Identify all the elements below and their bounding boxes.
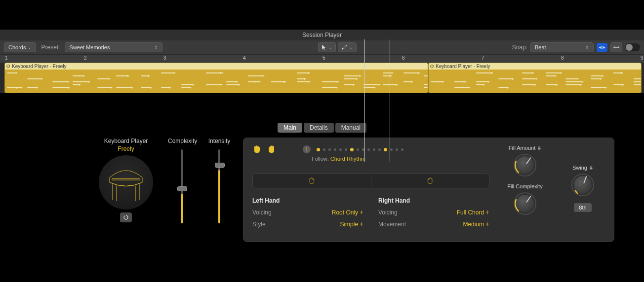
right-movement-value[interactable]: Medium▲▼ [463,221,489,228]
intensity-slider[interactable] [218,149,220,223]
toolbar-toggle[interactable] [625,43,640,51]
fill-complexity-label: Fill Complexity [500,183,550,189]
right-movement-label: Movement [378,221,406,228]
left-hand-small-icon [308,177,315,184]
left-voicing-label: Voicing [252,209,272,216]
complexity-slider-col: Complexity [168,138,196,242]
lock-icon [537,146,541,150]
callout-line-main [364,39,365,162]
stepper-icon: ⇳ [154,45,158,50]
svg-rect-6 [538,148,541,150]
follow-value[interactable]: Chord Rhythm [330,156,365,162]
catch-playhead-button[interactable] [597,43,607,52]
fill-knobs-col: Fill Amount Fill Complexity [500,145,550,233]
left-style-value[interactable]: Simple▲▼ [340,221,363,228]
player-name: Freely [94,145,158,152]
intensity-slider-col: Intensity [205,138,233,242]
timeline-ruler[interactable]: 1 2 3 4 5 6 7 8 9 [0,55,644,63]
right-voicing-value[interactable]: Full Chord▲▼ [457,209,489,216]
right-hand-icon[interactable] [267,145,276,154]
callout-line-details [390,39,390,162]
link-icon [613,45,620,50]
snap-select[interactable]: Beat ⇳ [530,42,594,52]
left-style-label: Style [252,221,266,228]
swing-col: Swing 8th [561,145,605,233]
region-lane[interactable]: Keyboard Player - Freely Keyboard Player… [0,63,644,93]
region-name: Keyboard Player - Freely [436,64,490,69]
window-title: Session Player [0,30,644,40]
chevron-down-icon: ⌄ [328,45,332,50]
follow-label: Follow: [312,156,329,162]
region[interactable]: Keyboard Player - Freely [428,63,642,93]
chords-button[interactable]: Chords ⌄ [4,42,36,52]
right-hand-tab[interactable] [371,174,489,188]
tool-group: ⌄ ⌄ [318,42,357,52]
region-name: Keyboard Player - Freely [12,64,67,69]
preset-label: Preset: [41,44,60,51]
ruler-mark: 9 [641,55,644,61]
fill-amount-knob[interactable] [514,154,536,176]
tab-main[interactable]: Main [278,123,302,133]
ruler-mark: 5 [322,55,325,61]
pencil-tool[interactable]: ⌄ [338,42,357,52]
ruler-mark: 8 [561,55,564,61]
ruler-mark: 2 [84,55,87,61]
ruler-mark: 1 [5,55,8,61]
player-column: Keyboard Player Freely [94,138,158,242]
swing-label: Swing [561,165,605,171]
chords-label: Chords [8,44,26,50]
left-hand-col: Left Hand Voicing Root Only▲▼ Style Simp… [252,197,363,233]
tab-manual[interactable]: Manual [335,123,366,133]
editor-tabs: Main Details Manual [0,123,644,133]
link-button[interactable] [610,42,622,52]
snap-value: Beat [535,44,546,50]
pattern-dots[interactable] [317,148,403,151]
refresh-button[interactable] [120,212,132,222]
fill-complexity-knob[interactable] [514,192,536,215]
left-hand-title: Left Hand [252,197,363,204]
svg-point-0 [7,65,10,68]
ruler-mark: 6 [402,55,405,61]
piano-icon [104,163,148,202]
fill-amount-label: Fill Amount [500,145,550,151]
lock-icon [589,166,593,170]
complexity-label: Complexity [168,138,196,144]
player-avatar[interactable] [99,155,153,210]
svg-rect-7 [590,168,592,170]
hand-tabs [252,174,489,188]
chevron-down-icon: ⌄ [28,45,32,50]
pattern-number[interactable]: 1 [303,145,311,153]
ruler-mark: 3 [163,55,166,61]
pointer-icon [322,44,326,50]
right-hand-title: Right Hand [378,197,489,204]
follow-row: Follow: Chord Rhythm [312,156,489,162]
stepper-icon: ⇳ [585,45,589,50]
player-title: Keyboard Player [94,138,158,144]
right-hand-col: Right Hand Voicing Full Chord▲▼ Movement… [378,197,489,233]
loop-icon [430,64,434,69]
loop-icon [6,64,10,69]
preset-value: Sweet Memories [69,44,110,50]
right-voicing-label: Voicing [378,209,398,216]
complexity-slider[interactable] [181,149,183,223]
refresh-icon [123,214,129,220]
left-hand-tab[interactable] [253,174,371,188]
ruler-mark: 7 [482,55,484,61]
tab-details[interactable]: Details [304,123,334,133]
pointer-tool[interactable]: ⌄ [318,42,336,52]
right-hand-small-icon [427,177,434,184]
swing-knob[interactable] [571,174,594,196]
toolbar: Chords ⌄ Preset: Sweet Memories ⇳ ⌄ ⌄ Sn… [0,40,644,55]
ruler-mark: 4 [243,55,246,61]
snap-label: Snap: [512,44,527,51]
left-voicing-value[interactable]: Root Only▲▼ [332,209,363,216]
intensity-label: Intensity [205,138,233,144]
pencil-icon [341,44,347,50]
left-hand-icon[interactable] [252,145,261,154]
chevron-down-icon: ⌄ [349,45,353,50]
swing-value[interactable]: 8th [574,203,591,212]
preset-select[interactable]: Sweet Memories ⇳ [65,42,162,52]
main-panel: 1 Follow: Chord Rhythm [243,138,614,242]
svg-point-1 [431,65,434,68]
